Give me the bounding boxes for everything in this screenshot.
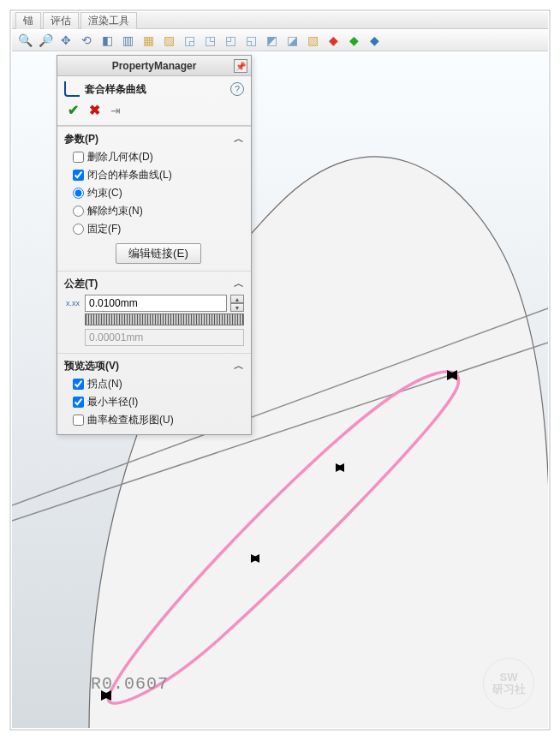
normal-to-icon[interactable]: ◩ <box>264 33 279 48</box>
feature-header: 套合样条曲线 ? <box>57 76 251 100</box>
collapse-params-icon[interactable]: ︿ <box>234 132 244 146</box>
svg-rect-4 <box>550 0 560 740</box>
min-radius-annotation: R0.0607 <box>91 674 169 694</box>
watermark: SW 研习社 <box>483 658 534 709</box>
view-toolbar: 🔍 🔎 ✥ ⟲ ◧ ▥ ▦ ▨ ◲ ◳ ◰ ◱ ◩ ◪ ▧ ◆ ◆ ◆ <box>12 29 548 51</box>
ribbon-tabs: 锚 评估 渲染工具 <box>12 12 548 29</box>
section-parameters: 参数(P) ︿ 删除几何体(D) 闭合的样条曲线(L) 约束(C) 解除约束(N… <box>57 126 251 271</box>
confirm-row: ✔ ✖ ⇥ <box>57 100 251 126</box>
zoom-area-icon[interactable]: 🔎 <box>38 33 53 48</box>
tolerance-input[interactable]: 0.0100mm <box>85 295 227 312</box>
unconstrain-radio[interactable]: 解除约束(N) <box>73 204 244 218</box>
tab-anchor[interactable]: 锚 <box>15 12 41 29</box>
delete-geometry-checkbox[interactable]: 删除几何体(D) <box>73 150 244 164</box>
constrain-radio[interactable]: 约束(C) <box>73 186 244 200</box>
min-radius-checkbox[interactable]: 最小半径(I) <box>73 395 244 409</box>
tolerance-slider[interactable] <box>85 313 244 325</box>
edit-appearance-icon[interactable]: ▨ <box>161 33 176 48</box>
ok-button[interactable]: ✔ <box>68 102 79 118</box>
collapse-tolerance-icon[interactable]: ︿ <box>234 277 244 291</box>
pm-title-text: PropertyManager <box>112 60 197 72</box>
closed-spline-checkbox[interactable]: 闭合的样条曲线(L) <box>73 168 244 182</box>
watermark-line1: SW <box>500 671 518 683</box>
rotate-view-icon[interactable]: ⟲ <box>79 33 94 48</box>
property-manager-panel: PropertyManager 📌 套合样条曲线 ? ✔ ✖ ⇥ 参数(P) ︿ <box>57 55 252 435</box>
svg-rect-3 <box>0 0 10 740</box>
scene-icon[interactable]: ▧ <box>305 33 320 48</box>
section-tolerance: 公差(T) ︿ x.xx 0.0100mm ▲ ▼ 0.00001mm <box>57 271 251 353</box>
apply-scene-icon[interactable]: ◆ <box>346 33 361 48</box>
spin-down-icon[interactable]: ▼ <box>230 303 244 312</box>
section-preview: 预览选项(V) ︿ 拐点(N) 最小半径(I) 曲率检查梳形图(U) <box>57 353 251 434</box>
keep-visible-icon[interactable]: ⇥ <box>110 104 121 117</box>
tolerance-spinner[interactable]: ▲ ▼ <box>230 295 244 312</box>
svg-rect-2 <box>0 730 560 740</box>
pin-panel-icon[interactable]: 📌 <box>234 59 247 73</box>
help-icon[interactable]: ? <box>230 82 244 96</box>
curvature-comb-checkbox[interactable]: 曲率检查梳形图(U) <box>73 413 244 427</box>
tab-render-tools[interactable]: 渲染工具 <box>80 12 137 29</box>
pm-titlebar: PropertyManager 📌 <box>57 56 251 76</box>
tab-evaluate[interactable]: 评估 <box>43 12 79 29</box>
collapse-preview-icon[interactable]: ︿ <box>234 359 244 373</box>
view-orient-icon[interactable]: ◧ <box>99 33 115 48</box>
inflection-checkbox[interactable]: 拐点(N) <box>73 377 244 391</box>
section-view-icon[interactable]: ▥ <box>120 33 135 48</box>
cancel-button[interactable]: ✖ <box>89 102 100 118</box>
graphics-viewport[interactable]: R0.0607 SW 研习社 PropertyManager 📌 套合样条曲线 … <box>12 51 548 728</box>
spin-up-icon[interactable]: ▲ <box>230 295 244 303</box>
texture-icon[interactable]: ◆ <box>366 33 382 48</box>
tolerance-header: 公差(T) <box>64 277 98 291</box>
tolerance-icon: x.xx <box>64 295 81 312</box>
app-window: 锚 评估 渲染工具 🔍 🔎 ✥ ⟲ ◧ ▥ ▦ ▨ ◲ ◳ ◰ ◱ ◩ ◪ ▧ … <box>12 12 548 728</box>
pan-icon[interactable]: ✥ <box>58 33 74 48</box>
front-view-icon[interactable]: ◳ <box>202 33 217 48</box>
top-view-icon[interactable]: ◰ <box>223 33 238 48</box>
fixed-radio[interactable]: 固定(F) <box>73 222 244 236</box>
iso-view-icon[interactable]: ◲ <box>182 33 197 48</box>
watermark-line2: 研习社 <box>492 683 526 695</box>
display-style-icon[interactable]: ▦ <box>140 33 156 48</box>
edit-links-button[interactable]: 编辑链接(E) <box>116 243 201 264</box>
feature-title: 套合样条曲线 <box>85 82 146 97</box>
preview-header: 预览选项(V) <box>64 359 119 373</box>
tolerance-min-display: 0.00001mm <box>85 329 244 346</box>
zoom-fit-icon[interactable]: 🔍 <box>17 33 33 48</box>
shaded-icon[interactable]: ◪ <box>284 33 300 48</box>
params-header: 参数(P) <box>64 132 98 146</box>
right-view-icon[interactable]: ◱ <box>243 33 259 48</box>
color-icon[interactable]: ◆ <box>325 33 341 48</box>
svg-rect-1 <box>0 0 560 10</box>
fit-spline-icon <box>64 81 80 97</box>
